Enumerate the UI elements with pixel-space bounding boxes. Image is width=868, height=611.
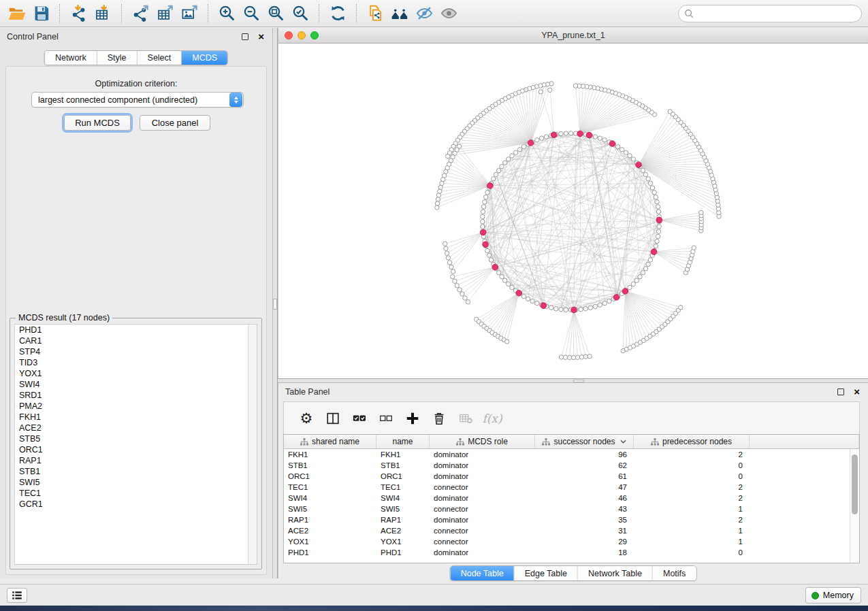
mcds-result-node[interactable]: SWI4 [15,379,257,390]
mcds-result-node[interactable]: STB1 [15,466,257,477]
table-row[interactable]: SWI4SWI4dominator462 [284,493,850,503]
result-list-scrollbar[interactable] [248,325,257,564]
hide-selected-button[interactable] [412,3,436,24]
mcds-result-node[interactable]: ORC1 [15,444,257,455]
mcds-result-list: PHD1CAR1STP4TID3YOX1SWI4SRD1PMA2FKH1ACE2… [14,324,257,565]
mcds-result-node[interactable]: PMA2 [15,401,257,412]
select-all-button[interactable] [349,408,370,429]
mcds-result-node[interactable]: YOX1 [15,368,257,379]
export-image-button[interactable] [177,3,202,24]
search-input[interactable] [694,7,861,20]
mcds-result-node[interactable]: TID3 [15,357,257,368]
vertical-splitter[interactable] [272,28,278,578]
mcds-result-title: MCDS result (17 nodes) [16,313,112,323]
table-row[interactable]: STB1STB1dominator620 [284,460,850,471]
export-table-button[interactable] [152,3,177,24]
vertical-splitter-handle[interactable] [273,299,277,310]
window-zoom-traffic-light[interactable] [310,31,319,39]
mcds-result-node[interactable]: TEC1 [15,488,257,499]
tab-network[interactable]: Network [45,51,97,65]
float-table-panel-icon[interactable] [837,389,844,395]
open-file-button[interactable] [4,3,29,24]
column-header-name[interactable]: name [376,435,430,448]
mcds-result-node[interactable]: STP4 [15,346,257,357]
tab-edge-table[interactable]: Edge Table [515,566,578,580]
mcds-result-node[interactable]: ACE2 [15,423,257,433]
horizontal-splitter[interactable] [278,378,868,383]
first-neighbors-button[interactable] [387,3,412,24]
split-view-button[interactable] [323,408,343,429]
column-header-predecessor-nodes[interactable]: predecessor nodes [634,435,750,448]
show-all-icon [440,4,458,22]
criterion-dropdown[interactable]: largest connected component (undirected) [31,92,244,108]
refresh-button[interactable] [325,3,350,24]
mcds-result-node[interactable]: SRD1 [15,390,257,401]
tab-network-table[interactable]: Network Table [578,566,653,580]
node-table: shared namenameMCDS rolesuccessor nodesp… [283,434,860,563]
new-network-from-selection-button[interactable] [363,3,387,24]
table-scrollbar-thumb[interactable] [852,455,858,514]
table-scrollbar[interactable] [850,449,859,563]
mcds-result-node[interactable]: SWI5 [15,477,257,488]
cell-predecessor-nodes: 2 [634,449,750,460]
table-row[interactable]: YOX1YOX1connector291 [284,536,850,547]
export-network-button[interactable] [128,3,152,24]
delete-column-button[interactable] [429,408,449,429]
cell-MCDS-role: connector [430,482,535,493]
cell-MCDS-role: connector [430,503,535,514]
cell-MCDS-role: dominator [430,449,535,460]
deselect-all-button[interactable] [376,408,396,429]
mcds-result-node[interactable]: PHD1 [15,325,257,335]
zoom-in-button[interactable] [214,3,239,24]
tab-select[interactable]: Select [138,51,182,65]
zoom-fit-button[interactable] [263,3,288,24]
add-column-button[interactable] [402,408,423,429]
settings-button[interactable]: ⚙ [296,408,317,429]
import-network-button[interactable] [66,3,91,24]
mcds-result-node[interactable]: STB5 [15,433,257,444]
tab-node-table[interactable]: Node Table [451,566,515,580]
table-row[interactable]: SWI5SWI5connector431 [284,503,850,514]
save-session-button[interactable] [29,3,53,24]
import-table-icon [94,4,112,22]
mcds-result-node[interactable]: CAR1 [15,335,257,346]
cell-shared-name: SWI4 [284,493,376,503]
zoom-selected-button[interactable] [288,3,312,24]
search-box[interactable] [678,5,862,22]
window-close-traffic-light[interactable] [285,31,293,39]
function-builder-button[interactable]: f(x) [482,408,502,429]
show-all-button[interactable] [436,3,461,24]
column-header-shared-name[interactable]: shared name [284,435,376,448]
delete-table-button[interactable] [455,408,476,429]
mcds-result-node[interactable]: GCR1 [15,499,257,510]
horizontal-splitter-handle[interactable] [573,380,584,382]
mcds-result-node[interactable]: RAP1 [15,455,257,466]
zoom-fit-icon [267,4,285,22]
table-row[interactable]: FKH1FKH1dominator962 [284,449,850,460]
zoom-out-button[interactable] [239,3,263,24]
table-row[interactable]: RAP1RAP1dominator352 [284,514,850,525]
cell-shared-name: SWI5 [284,503,376,514]
network-canvas[interactable] [278,44,868,378]
column-header-MCDS-role[interactable]: MCDS role [430,435,535,448]
import-table-button[interactable] [91,3,115,24]
refresh-icon [329,4,347,22]
float-panel-icon[interactable] [242,33,248,40]
close-panel-icon[interactable]: × [258,33,264,40]
close-panel-button[interactable]: Close panel [140,115,210,131]
tab-mcds[interactable]: MCDS [182,51,227,65]
tab-style[interactable]: Style [97,51,138,65]
table-row[interactable]: ACE2ACE2connector311 [284,525,850,536]
table-row[interactable]: PHD1PHD1dominator180 [284,547,850,558]
table-row[interactable]: TEC1TEC1connector472 [284,482,850,493]
window-minimize-traffic-light[interactable] [298,31,306,39]
tab-motifs[interactable]: Motifs [653,566,696,580]
task-history-button[interactable] [7,588,27,603]
mcds-result-node[interactable]: FKH1 [15,412,257,423]
table-row[interactable]: ORC1ORC1dominator610 [284,471,850,482]
toolbar-separator [356,4,357,23]
column-header-successor-nodes[interactable]: successor nodes [535,435,634,448]
run-mcds-button[interactable]: Run MCDS [64,115,131,131]
close-table-panel-icon[interactable]: × [854,389,860,395]
memory-button[interactable]: Memory [805,587,861,604]
